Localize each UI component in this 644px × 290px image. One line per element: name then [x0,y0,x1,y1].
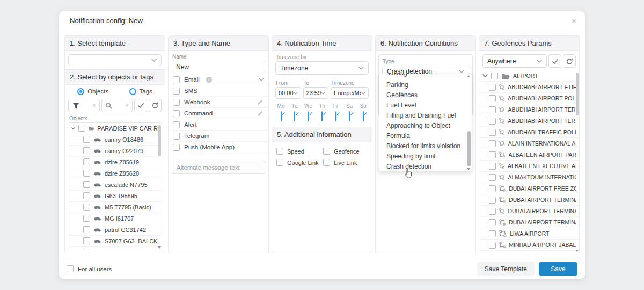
object-checkbox[interactable] [83,249,90,250]
object-checkbox[interactable] [83,237,90,244]
channel-row[interactable]: Webhook [169,97,268,108]
dropdown-scrollbar-thumb[interactable] [467,131,471,166]
additional-checkbox-item[interactable]: Geofence [323,148,368,155]
object-row[interactable]: camry O18486 [68,134,162,146]
close-icon[interactable]: × [572,17,576,25]
dropdown-option[interactable]: Filling and Draining Fuel [379,110,472,120]
geofence-checkbox[interactable] [489,185,496,192]
object-row[interactable]: patrol CC31742 [68,224,162,236]
geofence-row[interactable]: ALMAKTOUM INTERNATIONAL A... [479,172,579,183]
expand-chevron-icon[interactable] [71,127,75,130]
geofence-checkbox[interactable] [489,118,496,125]
object-checkbox[interactable] [83,147,90,154]
weekday-checkbox[interactable] [308,111,309,121]
geofence-group-row[interactable]: AIRPORT [479,70,579,82]
template-select[interactable] [68,54,162,66]
additional-checkbox-item[interactable]: Speed [276,148,321,155]
geofence-checkbox[interactable] [489,151,496,158]
geofence-row[interactable]: DUBAI AIRPORT FREE ZONE [479,183,579,194]
for-all-users-option[interactable]: For all users [67,265,112,272]
geofence-checkbox[interactable] [489,84,496,91]
geofence-row[interactable]: ABUDHABI AIRPORT TERMINAL ... [479,104,579,115]
object-row[interactable]: dzire Z85620 [68,168,162,179]
dropdown-option[interactable]: Crash detection [379,161,472,171]
object-row[interactable]: dzire Z85619 [68,157,162,168]
channel-row[interactable]: Push (Mobile App) [169,142,268,153]
geofence-row[interactable]: ALBATEEN AIRPORT PARKING [479,149,579,161]
channel-checkbox[interactable] [173,99,180,106]
object-row[interactable]: M5 T7795 (Basic) [68,202,162,213]
geofence-row[interactable]: DUBAI AIRPORT TERMINAL 3 [479,217,579,228]
object-row[interactable]: camry O22079 [68,146,162,157]
channel-row[interactable]: Email i [169,74,268,85]
object-row[interactable]: MG I61707 [68,213,162,224]
geofence-checkbox[interactable] [489,219,496,226]
checkbox[interactable] [276,148,283,155]
dropdown-option[interactable]: Approaching to Object [379,120,472,130]
object-checkbox[interactable] [83,170,90,177]
dropdown-option[interactable]: Fuel Level [379,100,472,110]
additional-checkbox-item[interactable]: Live Link [323,159,368,166]
to-select[interactable]: 23:59 [303,87,329,99]
dropdown-option[interactable]: Parking [379,79,472,90]
object-checkbox[interactable] [83,215,90,222]
channel-checkbox[interactable] [173,133,180,140]
dropdown-scroll-up-icon[interactable] [467,75,470,77]
object-checkbox[interactable] [83,158,90,165]
save-template-button[interactable]: Save Template [477,262,535,276]
geofences-scrollbar-thumb[interactable] [576,73,579,115]
object-checkbox[interactable] [83,192,90,199]
objects-scrollbar-thumb[interactable] [158,125,161,156]
dropdown-option[interactable]: Blocked for limits violation [379,141,472,151]
geofence-row[interactable]: ALBATEEN EXECUTIVE AIRPORT ... [479,161,579,172]
weekday-checkbox[interactable] [363,111,364,121]
dropdown-scroll-down-icon[interactable] [467,168,470,170]
channel-checkbox[interactable] [173,88,180,95]
geofence-checkbox[interactable] [489,208,496,215]
apply-selection-button[interactable] [134,99,147,112]
search-input[interactable]: × [101,99,133,112]
object-checkbox[interactable] [83,204,90,211]
object-row[interactable]: G63 T95895 [68,191,162,202]
geofence-row[interactable]: ALAIN INTERNATIONAL AIRPORT [479,138,579,149]
geofence-checkbox[interactable] [489,140,496,147]
geofence-row[interactable]: MINHAD AIRPORT JABAL ALI [479,240,579,251]
geofence-row[interactable]: DUBAI AIRPORT TERMINAL 2 PA... [479,206,579,217]
dropdown-option-clipped[interactable]: Moving [379,74,472,79]
geofences-scroll-down-icon[interactable] [575,250,579,252]
geofence-row[interactable]: RAS AKHAIMAH AIRPORT PARKI... [479,251,579,253]
from-select[interactable]: 00:00 [275,87,301,99]
geofence-checkbox[interactable] [489,163,496,170]
channel-row[interactable]: Command [169,108,268,119]
weekday-checkbox[interactable] [335,111,336,121]
geofence-checkbox[interactable] [489,174,496,181]
geofence-row[interactable]: DUBAI AIRPORT TERMINAL 1 [479,194,579,206]
filter-input[interactable]: × [68,99,100,112]
chevron-down-icon[interactable] [259,78,264,81]
object-checkbox[interactable] [83,136,90,143]
apply-geofences-button[interactable] [548,54,561,68]
alternate-message-input[interactable]: Alternate message text [172,161,265,174]
weekday-checkbox[interactable] [281,111,282,121]
checkbox[interactable] [276,159,283,166]
channel-row[interactable]: Telegram [169,130,268,142]
geofence-row[interactable]: ABUDHABI TRAFFIC POLICE CEN... [479,127,579,138]
weekday-checkbox[interactable] [349,111,350,121]
radio-tags[interactable]: Tags [129,88,152,95]
timezone-select[interactable]: Europe/Moscow [331,87,369,99]
dropdown-option[interactable]: Speeding by limit [379,151,472,161]
weekday-checkbox[interactable] [294,111,295,121]
group-checkbox[interactable] [491,73,498,79]
clear-filter-icon[interactable]: × [92,102,96,108]
object-checkbox[interactable] [83,181,90,188]
edit-pencil-icon[interactable] [257,110,264,117]
geofence-checkbox[interactable] [489,95,496,102]
edit-pencil-icon[interactable] [257,98,264,106]
geofence-row[interactable]: ABUDHABI AIRPORT POLICE STA... [479,93,579,104]
channel-checkbox[interactable] [173,76,180,83]
timezone-by-select[interactable]: Timezone [275,61,369,75]
additional-checkbox-item[interactable]: Google Link [276,159,321,166]
geofence-mode-select[interactable]: Anywhere [482,54,547,68]
objects-scroll-down-icon[interactable] [158,247,161,249]
geofence-checkbox[interactable] [489,242,496,249]
